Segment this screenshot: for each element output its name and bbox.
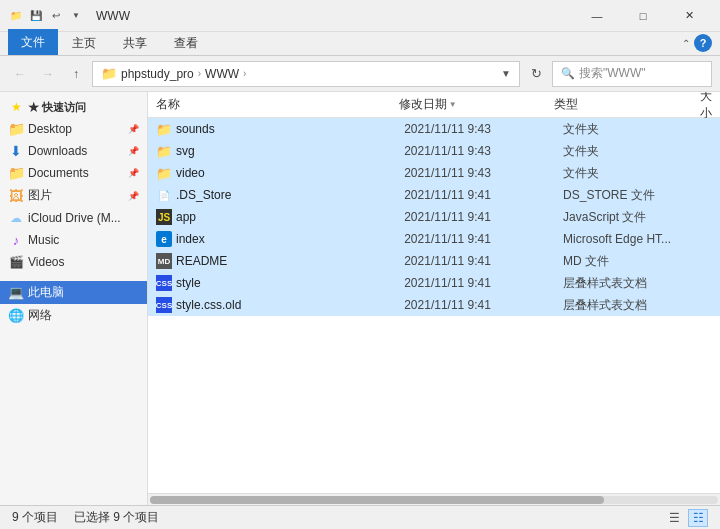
table-row[interactable]: 📄 .DS_Store 2021/11/11 9:41 DS_STORE 文件 [148, 184, 720, 206]
css-old-file-icon: CSS [156, 297, 172, 313]
video-icon: 🎬 [8, 254, 24, 270]
file-type: 层叠样式表文档 [559, 297, 708, 314]
refresh-button[interactable]: ↻ [524, 62, 548, 86]
address-separator-1: › [198, 68, 201, 79]
tab-home[interactable]: 主页 [59, 31, 109, 55]
file-type: 文件夹 [559, 143, 708, 160]
table-row[interactable]: 📁 sounds 2021/11/11 9:43 文件夹 [148, 118, 720, 140]
table-row[interactable]: e index 2021/11/11 9:41 Microsoft Edge H… [148, 228, 720, 250]
table-row[interactable]: JS app 2021/11/11 9:41 JavaScript 文件 [148, 206, 720, 228]
search-placeholder: 搜索"WWW" [579, 65, 646, 82]
toolbar: ← → ↑ 📁 phpstudy_pro › WWW › ▼ ↻ 🔍 搜索"WW… [0, 56, 720, 92]
sort-arrow-icon: ▼ [449, 100, 457, 109]
file-date: 2021/11/11 9:43 [400, 122, 559, 136]
table-row[interactable]: CSS style 2021/11/11 9:41 层叠样式表文档 [148, 272, 720, 294]
sidebar-videos-label: Videos [28, 255, 64, 269]
folder-icon-2: 📁 [8, 165, 24, 181]
details-view-button[interactable]: ☷ [688, 509, 708, 527]
sidebar-item-network[interactable]: 🌐 网络 [0, 304, 147, 327]
col-header-date[interactable]: 修改日期 ▼ [395, 92, 550, 117]
selected-count: 已选择 9 个项目 [74, 509, 159, 526]
sidebar-item-documents[interactable]: 📁 Documents 📌 [0, 162, 147, 184]
address-folder-icon: 📁 [101, 66, 117, 81]
sidebar-item-music[interactable]: ♪ Music [0, 229, 147, 251]
folder-icon: 📁 [8, 121, 24, 137]
star-icon: ★ [8, 99, 24, 115]
horizontal-scrollbar[interactable] [148, 493, 720, 505]
scrollbar-track [150, 496, 718, 504]
file-name: README [176, 254, 227, 268]
edge-file-icon: e [156, 231, 172, 247]
sidebar-item-icloud[interactable]: ☁ iCloud Drive (M... [0, 207, 147, 229]
minimize-button[interactable]: — [574, 0, 620, 32]
file-type: 文件夹 [559, 121, 708, 138]
js-file-icon: JS [156, 209, 172, 225]
file-date: 2021/11/11 9:41 [400, 276, 559, 290]
table-row[interactable]: MD README 2021/11/11 9:41 MD 文件 [148, 250, 720, 272]
undo-icon[interactable]: ↩ [48, 8, 64, 24]
file-type: JavaScript 文件 [559, 209, 708, 226]
file-name: app [176, 210, 196, 224]
search-bar[interactable]: 🔍 搜索"WWW" [552, 61, 712, 87]
item-count: 9 个项目 [12, 509, 58, 526]
file-date: 2021/11/11 9:41 [400, 254, 559, 268]
up-button[interactable]: ↑ [64, 62, 88, 86]
sidebar-desktop-label: Desktop [28, 122, 72, 136]
sidebar-thispc-label: 此电脑 [28, 284, 64, 301]
table-row[interactable]: CSS style.css.old 2021/11/11 9:41 层叠样式表文… [148, 294, 720, 316]
tab-file[interactable]: 文件 [8, 29, 58, 55]
tab-share[interactable]: 共享 [110, 31, 160, 55]
table-row[interactable]: 📁 svg 2021/11/11 9:43 文件夹 [148, 140, 720, 162]
help-button[interactable]: ? [694, 34, 712, 52]
main-content: ★ ★ 快速访问 📁 Desktop 📌 ⬇ Downloads 📌 📁 Doc… [0, 92, 720, 505]
col-header-type[interactable]: 类型 [550, 92, 696, 117]
file-list: 名称 修改日期 ▼ 类型 大小 📁 sounds 2021/11/11 9:43… [148, 92, 720, 505]
tab-view[interactable]: 查看 [161, 31, 211, 55]
sidebar-item-videos[interactable]: 🎬 Videos [0, 251, 147, 273]
file-date: 2021/11/11 9:41 [400, 210, 559, 224]
sidebar-documents-label: Documents [28, 166, 89, 180]
ribbon-tabs: 文件 主页 共享 查看 ⌃ ? [0, 32, 720, 56]
file-name: style [176, 276, 201, 290]
address-bar[interactable]: 📁 phpstudy_pro › WWW › ▼ [92, 61, 520, 87]
close-button[interactable]: ✕ [666, 0, 712, 32]
title-bar: 📁 💾 ↩ ▼ WWW — □ ✕ [0, 0, 720, 32]
back-button[interactable]: ← [8, 62, 32, 86]
css-file-icon: CSS [156, 275, 172, 291]
sidebar-music-label: Music [28, 233, 59, 247]
folder-icon: 📁 [8, 8, 24, 24]
maximize-button[interactable]: □ [620, 0, 666, 32]
sidebar-downloads-label: Downloads [28, 144, 87, 158]
sidebar-item-desktop[interactable]: 📁 Desktop 📌 [0, 118, 147, 140]
sidebar-item-thispc[interactable]: 💻 此电脑 [0, 281, 147, 304]
table-row[interactable]: 📁 video 2021/11/11 9:43 文件夹 [148, 162, 720, 184]
col-header-name[interactable]: 名称 [152, 92, 395, 117]
file-name: video [176, 166, 205, 180]
pin-icon: 📌 [128, 124, 139, 134]
save-icon[interactable]: 💾 [28, 8, 44, 24]
file-name: .DS_Store [176, 188, 231, 202]
address-dropdown-icon[interactable]: ▼ [501, 68, 511, 79]
sidebar: ★ ★ 快速访问 📁 Desktop 📌 ⬇ Downloads 📌 📁 Doc… [0, 92, 148, 505]
dropdown-arrow-icon[interactable]: ▼ [68, 8, 84, 24]
ribbon-right: ⌃ ? [682, 34, 712, 55]
music-icon: ♪ [8, 232, 24, 248]
search-icon: 🔍 [561, 67, 575, 80]
scrollbar-thumb[interactable] [150, 496, 604, 504]
col-header-size[interactable]: 大小 [696, 92, 716, 117]
file-date: 2021/11/11 9:43 [400, 166, 559, 180]
sidebar-item-downloads[interactable]: ⬇ Downloads 📌 [0, 140, 147, 162]
address-part-2: WWW [205, 67, 239, 81]
sidebar-item-pictures[interactable]: 🖼 图片 📌 [0, 184, 147, 207]
forward-button[interactable]: → [36, 62, 60, 86]
file-type: 层叠样式表文档 [559, 275, 708, 292]
picture-icon: 🖼 [8, 188, 24, 204]
ribbon-collapse-icon[interactable]: ⌃ [682, 38, 690, 49]
quick-access-label: ★ 快速访问 [28, 100, 86, 115]
sidebar-quick-access-title: ★ ★ 快速访问 [0, 96, 147, 118]
file-date: 2021/11/11 9:43 [400, 144, 559, 158]
pin-icon-3: 📌 [128, 168, 139, 178]
window-controls: — □ ✕ [574, 0, 712, 32]
pin-icon-2: 📌 [128, 146, 139, 156]
list-view-button[interactable]: ☰ [664, 509, 684, 527]
